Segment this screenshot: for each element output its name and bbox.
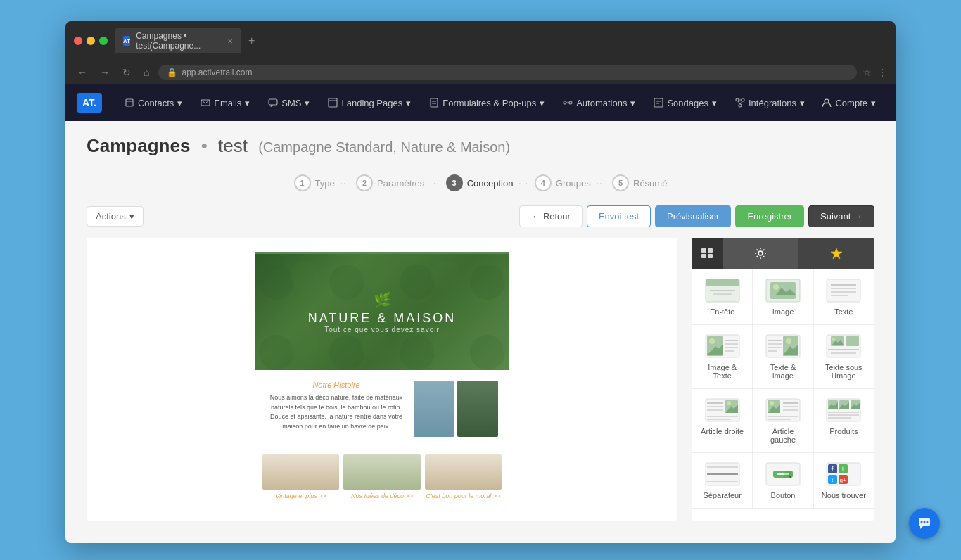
automations-arrow: ▾ [630,98,635,108]
integrations-arrow: ▾ [800,98,805,108]
step-dots-1: ··· [341,179,350,187]
step-dots-4: ··· [597,179,606,187]
email-hero[interactable]: 🌿 NATURE & MAISON Tout ce que vous devez… [255,254,509,370]
enregistrer-button[interactable]: Enregistrer [735,205,804,227]
panel-item-texte-image[interactable]: Texte & image [753,325,813,388]
svg-point-17 [739,104,742,107]
back-button[interactable]: ← [74,65,91,80]
image-texte-label: Image & Texte [698,363,746,380]
panel-item-bouton[interactable]: Bouton [753,453,813,508]
step-1[interactable]: 1 Type [294,174,335,191]
panel-header [692,238,874,269]
url-bar[interactable]: 🔒 app.activetrail.com [158,65,857,80]
image-icon [765,278,801,303]
step-2[interactable]: 2 Paramètres [356,174,424,191]
chat-bubble[interactable] [909,508,940,539]
step-4[interactable]: 4 Groupes [535,174,591,191]
page-header: Campagnes • test (Campagne Standard, Nat… [65,121,896,164]
step-3-label: Conception [467,178,514,189]
panel-item-texte-sous-image[interactable]: Texte sous l'image [814,325,874,388]
chat-icon [917,516,931,530]
settings-icon [754,247,767,260]
card-3-label[interactable]: C'est bon pour le moral >> [425,492,502,499]
panel-item-article-droite[interactable]: Article droite [692,389,752,452]
panel-item-produits[interactable]: Produits [814,389,874,452]
landing-pages-arrow: ▾ [406,98,411,108]
actions-arrow-icon: ▾ [129,211,134,222]
panel-item-nous-trouver[interactable]: f + t g+ Nous trouver [814,453,874,508]
panel-item-separateur[interactable]: Séparateur [692,453,752,508]
nav-formulaires[interactable]: Formulaires & Pop-ups ▾ [421,92,553,114]
nav-emails[interactable]: Emails ▾ [192,92,258,114]
app-logo[interactable]: AT. [77,93,102,113]
window-controls [74,37,108,45]
actions-button[interactable]: Actions ▾ [87,206,144,227]
close-dot[interactable] [74,37,82,45]
panel-item-article-gauche[interactable]: Article gauche [753,389,813,452]
panel-layout-button[interactable] [692,238,723,269]
minimize-dot[interactable] [87,37,95,45]
produits-icon [825,397,862,423]
panel-item-texte[interactable]: Texte [814,269,874,324]
email-history: - Notre Histoire - Nous aimons la déco n… [266,381,498,437]
nav-account[interactable]: Compte ▾ [813,92,884,114]
nav-landing-pages[interactable]: Landing Pages ▾ [319,92,419,114]
nav-sms[interactable]: SMS ▾ [260,92,318,114]
maximize-dot[interactable] [99,37,108,45]
browser-tab[interactable]: AT Campagnes • test(Campagne... ✕ [115,28,241,53]
toolbar-right: ← Retour Envoi test Prévisualiser Enregi… [519,205,874,227]
step-5-circle: 5 [612,174,629,191]
previsualiser-button[interactable]: Prévisualiser [655,205,731,227]
step-3[interactable]: 3 Conception [446,174,514,191]
contacts-label: Contacts [138,98,174,108]
formulaires-icon [429,98,439,108]
entete-icon [704,278,741,303]
history-title: - Notre Histoire - [266,381,407,389]
star-icon[interactable]: ☆ [863,67,872,78]
article-gauche-label: Article gauche [758,427,807,444]
entete-label: En-tête [710,307,734,316]
nous-trouver-label: Nous trouver [822,491,866,499]
svg-rect-23 [708,248,713,253]
emails-label: Emails [214,98,241,108]
menu-icon[interactable]: ⋮ [877,67,887,78]
reload-button[interactable]: ↻ [119,65,134,80]
panel-item-entete[interactable]: En-tête [692,269,752,324]
suivant-button[interactable]: Suivant → [808,205,874,227]
forward-button[interactable]: → [96,65,113,80]
card-1-label[interactable]: Vintage et plus >> [262,492,339,499]
svg-point-76 [770,401,774,405]
bouton-icon [765,462,801,487]
browser-navbar: ← → ↻ ⌂ 🔒 app.activetrail.com ☆ ⋮ [65,61,896,84]
svg-point-16 [742,98,744,101]
panel-settings-tab[interactable] [723,238,798,269]
nav-sondages[interactable]: Sondages ▾ [645,92,725,114]
hero-title: NATURE & MAISON [308,311,457,326]
email-section: - Notre Histoire - Nous aimons la déco n… [255,370,509,447]
tab-close-icon[interactable]: ✕ [227,37,233,45]
step-2-circle: 2 [356,174,373,191]
new-tab-button[interactable]: + [248,34,255,47]
automations-label: Automations [576,98,627,108]
nav-contacts[interactable]: Contacts ▾ [116,92,191,114]
app-content: Campagnes • test (Campagne Standard, Nat… [65,121,896,543]
envoi-test-button[interactable]: Envoi test [587,205,651,227]
retour-button[interactable]: ← Retour [519,205,583,227]
nav-automations[interactable]: Automations ▾ [554,92,644,114]
article-droite-label: Article droite [701,427,744,435]
email-card-1: Vintage et plus >> [262,454,339,499]
email-cards: Vintage et plus >> Nos Idées de déco >> … [255,447,509,507]
svg-rect-4 [329,98,337,107]
svg-point-15 [736,98,739,101]
nav-integrations[interactable]: Intégrations ▾ [727,92,813,114]
panel-favorites-tab[interactable] [798,238,874,269]
home-button[interactable]: ⌂ [140,65,153,80]
separateur-icon [704,462,741,487]
panel-item-image[interactable]: Image [753,269,813,324]
panel-item-image-texte[interactable]: Image & Texte [692,325,752,388]
tab-title: Campagnes • test(Campagne... [136,31,222,51]
step-5[interactable]: 5 Résumé [612,174,667,191]
card-2-label[interactable]: Nos Idées de déco >> [343,492,420,499]
editor-area: 🌿 NATURE & MAISON Tout ce que vous devez… [65,238,896,535]
account-label: Compte [835,98,867,108]
